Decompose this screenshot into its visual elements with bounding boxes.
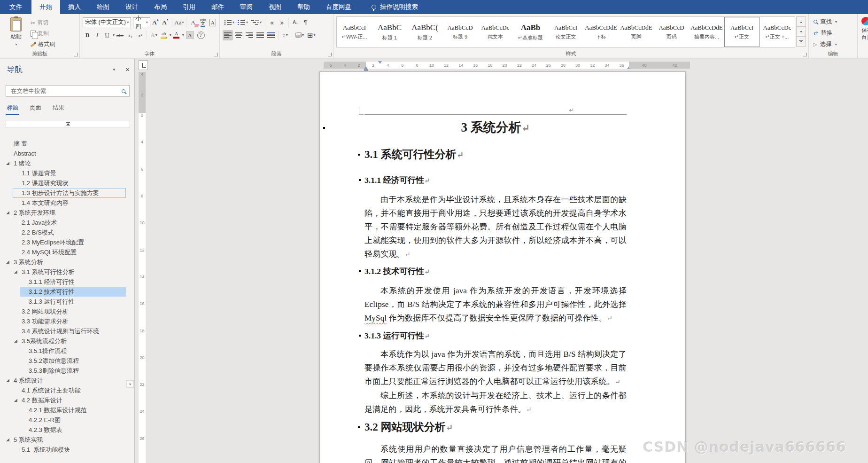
expand-arrow-icon[interactable] bbox=[13, 180, 20, 186]
enclose-characters-button[interactable]: 字 bbox=[196, 30, 206, 40]
nav-outline-item[interactable]: 3.1.1 经济可行性 bbox=[20, 277, 126, 287]
align-left-button[interactable] bbox=[223, 30, 233, 40]
ribbon-tab[interactable]: 设计 bbox=[117, 0, 146, 14]
chapter-heading[interactable]: 3 系统分析↵ bbox=[364, 119, 627, 136]
paste-button[interactable]: 粘贴 ▾ bbox=[3, 16, 29, 50]
expand-arrow-icon[interactable] bbox=[20, 299, 27, 304]
style-item[interactable]: AaBbCcD 标题 9 bbox=[442, 17, 478, 47]
nav-outline-item[interactable]: 1 绪论 bbox=[5, 158, 126, 168]
nav-outline-item[interactable]: 2 系统开发环境 bbox=[5, 208, 126, 218]
body-paragraph[interactable]: 由于本系统是作为毕业设计系统，且系统本身存在一些技术层面的缺陷，并不能直接用于商… bbox=[364, 193, 627, 261]
text-effects-button[interactable]: A▾ bbox=[149, 30, 158, 40]
body-paragraph[interactable]: 本系统的开发使用 java 作为系统开发的开发语言，开发环境选择 Eclipse… bbox=[364, 284, 627, 325]
dialog-launcher-icon[interactable] bbox=[803, 53, 807, 56]
nav-outline-item[interactable]: 2.3 MyEclipse环境配置 bbox=[13, 237, 126, 247]
expand-arrow-icon[interactable] bbox=[20, 417, 27, 423]
font-color-button[interactable]: A bbox=[172, 30, 181, 40]
nav-outline-item[interactable]: 3.4 系统设计规则与运行环境 bbox=[13, 326, 126, 336]
change-case-button[interactable]: Aa▾ bbox=[174, 17, 185, 28]
nav-outline-item[interactable]: 摘 要 bbox=[5, 139, 126, 149]
ribbon-tab[interactable]: 帮助 bbox=[289, 0, 318, 14]
nav-outline-item[interactable]: 5.1 系统功能模块 bbox=[13, 445, 126, 455]
hanging-indent-marker[interactable] bbox=[364, 64, 368, 69]
expand-arrow-icon[interactable] bbox=[20, 358, 27, 363]
grow-font-button[interactable]: A▴ bbox=[151, 17, 160, 28]
style-item[interactable]: AaBbCcDc ↵正文 +... bbox=[760, 17, 795, 47]
ribbon-tab[interactable]: 引用 bbox=[175, 0, 203, 14]
expand-arrow-icon[interactable] bbox=[5, 161, 12, 166]
style-item[interactable]: AaBbCcI 论文正文 bbox=[548, 17, 583, 47]
nav-tab[interactable]: 页面 bbox=[30, 102, 41, 113]
style-item[interactable]: AaBbC( 标题 2 bbox=[407, 17, 442, 47]
borders-button[interactable]: ⊞▾ bbox=[306, 30, 317, 40]
expand-arrow-icon[interactable] bbox=[13, 200, 20, 205]
style-item[interactable]: AaBbC 标题 1 bbox=[372, 17, 407, 47]
nav-outline-item[interactable]: 1.3 初步设计方法与实施方案 bbox=[13, 188, 126, 198]
ribbon-tab[interactable]: 视图 bbox=[261, 0, 289, 14]
justify-button[interactable] bbox=[255, 30, 265, 40]
style-item[interactable]: AaBbCcDdE 摘要内容... bbox=[689, 17, 724, 47]
ribbon-tab[interactable]: 开始 bbox=[31, 0, 60, 14]
nav-outline-item[interactable]: 3.5.1操作流程 bbox=[20, 346, 126, 356]
style-item[interactable]: AaBbCcI ↵WW-正... bbox=[337, 17, 372, 47]
tab-file[interactable]: 文件 bbox=[0, 0, 31, 14]
nav-tab[interactable]: 标题 bbox=[7, 102, 18, 113]
section-heading-3-2[interactable]: 3.2 网站现状分析↵ bbox=[364, 420, 627, 435]
character-shading-button[interactable]: A bbox=[185, 30, 195, 40]
chevron-down-icon[interactable]: ▾ bbox=[182, 33, 184, 37]
select-button[interactable]: ▷ 选择 ▾ bbox=[814, 39, 855, 50]
expand-arrow-icon[interactable] bbox=[5, 437, 12, 442]
expand-arrow-icon[interactable] bbox=[20, 427, 27, 432]
expand-arrow-icon[interactable] bbox=[20, 348, 27, 353]
dialog-launcher-icon[interactable] bbox=[214, 53, 218, 56]
nav-search-box[interactable] bbox=[6, 85, 130, 97]
style-item[interactable]: AaBbCcI ↵正文 bbox=[724, 17, 760, 47]
nav-outline-item[interactable]: 4.1 系统设计主要功能 bbox=[13, 385, 126, 395]
expand-arrow-icon[interactable] bbox=[5, 141, 12, 146]
expand-arrow-icon[interactable] bbox=[20, 408, 27, 413]
expand-arrow-icon[interactable] bbox=[13, 329, 20, 334]
expand-arrow-icon[interactable] bbox=[20, 368, 27, 373]
phonetic-guide-button[interactable]: wén文 bbox=[198, 17, 208, 28]
expand-arrow-icon[interactable] bbox=[5, 378, 12, 383]
nav-search-input[interactable] bbox=[10, 87, 122, 95]
ribbon-tab[interactable]: 插入 bbox=[60, 0, 89, 14]
expand-arrow-icon[interactable] bbox=[13, 190, 20, 196]
nav-outline-item[interactable]: 4.2.2 E-R图 bbox=[20, 415, 126, 425]
ribbon-tab[interactable]: 绘图 bbox=[89, 0, 117, 14]
gallery-more-button[interactable]: ▾ bbox=[796, 36, 806, 47]
expand-arrow-icon[interactable] bbox=[13, 220, 20, 225]
style-item[interactable]: AaBbCcDc 纯文本 bbox=[478, 17, 513, 47]
chevron-down-icon[interactable]: ▾ bbox=[113, 33, 115, 37]
nav-scroll-down-button[interactable]: ▾ bbox=[126, 380, 134, 388]
dialog-launcher-icon[interactable] bbox=[74, 53, 78, 56]
close-icon[interactable]: × bbox=[125, 65, 130, 73]
font-name-select[interactable]: 宋体 (中文正文) ▾ bbox=[83, 17, 131, 27]
nav-outline-item[interactable]: 3.1.2 技术可行性 bbox=[20, 287, 126, 297]
gallery-down-button[interactable]: ▾ bbox=[796, 26, 806, 37]
nav-outline-item[interactable]: 2.4 MySQL环境配置 bbox=[13, 247, 126, 257]
style-item[interactable]: AaBbCcD 页码 bbox=[654, 17, 689, 47]
expand-arrow-icon[interactable] bbox=[13, 230, 20, 235]
pane-options-icon[interactable]: ▾ bbox=[113, 67, 115, 72]
expand-arrow-icon[interactable] bbox=[20, 289, 27, 294]
subsection-heading-3-1-1[interactable]: 3.1.1 经济可行性↵ bbox=[364, 174, 627, 186]
nav-tab[interactable]: 结果 bbox=[53, 102, 64, 113]
cut-button[interactable]: ✂ 剪切 bbox=[29, 18, 56, 28]
shrink-font-button[interactable]: A▾ bbox=[161, 17, 170, 28]
document-page[interactable]: ↵ 3 系统分析↵ 3.1 系统可行性分析↵ 3.1.1 经济可行性↵ bbox=[319, 71, 686, 463]
subscript-button[interactable]: x₂ bbox=[125, 30, 135, 40]
nav-outline-item[interactable]: 5 系统实现 bbox=[5, 435, 126, 445]
ribbon-tab[interactable]: 百度网盘 bbox=[318, 0, 359, 14]
character-border-button[interactable]: A bbox=[208, 17, 217, 28]
expand-arrow-icon[interactable] bbox=[13, 319, 20, 324]
multilevel-list-button[interactable]: ▾ bbox=[250, 17, 263, 28]
format-painter-button[interactable]: 格式刷 bbox=[29, 39, 56, 49]
jump-to-top-bar[interactable] bbox=[6, 121, 130, 127]
expand-arrow-icon[interactable] bbox=[5, 151, 12, 156]
numbering-button[interactable]: ▾ bbox=[236, 17, 249, 28]
expand-arrow-icon[interactable] bbox=[13, 171, 20, 176]
distribute-button[interactable] bbox=[266, 30, 276, 40]
left-indent-marker[interactable] bbox=[364, 69, 368, 71]
decrease-indent-button[interactable]: « bbox=[267, 17, 277, 28]
